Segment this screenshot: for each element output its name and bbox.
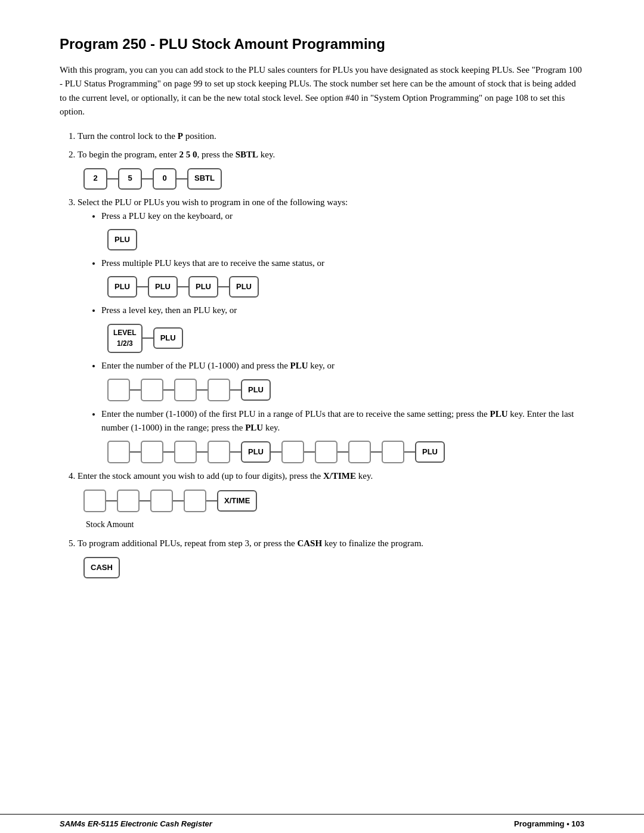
step-3-text: Select the PLU or PLUs you wish to progr… <box>78 197 348 207</box>
key-cash: CASH <box>83 557 120 578</box>
step-3: Select the PLU or PLUs you wish to progr… <box>78 196 584 464</box>
steps-list: Turn the control lock to the P position.… <box>78 129 584 578</box>
key-xtime: X/TIME <box>217 490 257 512</box>
connector <box>143 337 153 339</box>
key-plu-num: PLU <box>241 379 271 401</box>
step-5-text: To program additional PLUs, repeat from … <box>78 538 423 548</box>
connector <box>197 451 208 453</box>
key-xtime-e3 <box>150 490 173 512</box>
key-level: LEVEL1/2/3 <box>107 324 143 353</box>
page-title: Program 250 - PLU Stock Amount Programmi… <box>60 36 584 52</box>
connector <box>271 451 281 453</box>
key-sbtl: SBTL <box>187 168 222 190</box>
bullet-3: Press a level key, then an PLU key, or L… <box>101 304 584 352</box>
xtime-diagram: X/TIME Stock Amount <box>83 490 584 531</box>
key-range-e7 <box>348 441 371 463</box>
key-empty-2 <box>141 379 163 401</box>
connector <box>177 178 187 179</box>
key-plu-range2: PLU <box>415 441 445 463</box>
key-xtime-e1 <box>83 490 106 512</box>
step-4: Enter the stock amount you wish to add (… <box>78 469 584 531</box>
connector <box>304 451 315 453</box>
key-plu-m2: PLU <box>148 276 178 298</box>
step-2: To begin the program, enter 2 5 0, press… <box>78 148 584 189</box>
bullet-2: Press multiple PLU keys that are to rece… <box>101 256 584 298</box>
connector <box>107 178 118 179</box>
plu-multiple-diagram: PLU PLU PLU PLU <box>107 276 584 298</box>
key-plu-m3: PLU <box>188 276 218 298</box>
connector <box>140 500 150 501</box>
intro-paragraph: With this program, you can you can add s… <box>60 63 584 119</box>
plu-single-diagram: PLU <box>107 229 584 250</box>
key-empty-1 <box>107 379 130 401</box>
step-3-bullets: Press a PLU key on the keyboard, or PLU … <box>101 209 584 464</box>
connector <box>371 451 382 453</box>
key-empty-4 <box>208 379 230 401</box>
key-plu-m1: PLU <box>107 276 137 298</box>
key-plu-range1: PLU <box>241 441 271 463</box>
connector <box>338 451 348 453</box>
key-range-e8 <box>382 441 404 463</box>
key-xtime-e4 <box>184 490 206 512</box>
key-plu-level: PLU <box>153 327 183 349</box>
connector <box>218 286 229 287</box>
key-2: 2 <box>83 168 107 190</box>
sbtl-key-group: 2 5 0 SBTL <box>83 168 584 190</box>
key-range-e1 <box>107 441 130 463</box>
stock-label: Stock Amount <box>86 518 584 531</box>
key-5: 5 <box>118 168 142 190</box>
key-plu-m4: PLU <box>229 276 259 298</box>
step-5: To program additional PLUs, repeat from … <box>78 537 584 578</box>
connector <box>173 500 184 501</box>
key-plu-single: PLU <box>107 229 137 250</box>
step-2-diagram: 2 5 0 SBTL <box>83 168 584 190</box>
level-plu-diagram: LEVEL1/2/3 PLU <box>107 324 584 353</box>
connector <box>130 389 141 391</box>
step-1: Turn the control lock to the P position. <box>78 129 584 143</box>
connector <box>230 451 241 453</box>
bullet-5: Enter the number (1-1000) of the first P… <box>101 407 584 464</box>
connector <box>163 389 174 391</box>
key-range-e2 <box>141 441 163 463</box>
connector <box>230 389 241 391</box>
step-1-text: Turn the control lock to the P position. <box>78 131 216 141</box>
bullet-3-text: Press a level key, then an PLU key, or <box>101 305 237 315</box>
cash-diagram: CASH <box>83 557 584 578</box>
key-range-e6 <box>315 441 338 463</box>
bullet-1-text: Press a PLU key on the keyboard, or <box>101 211 233 221</box>
bullet-4: Enter the number of the PLU (1-1000) and… <box>101 359 584 401</box>
footer-left: SAM4s ER-5115 Electronic Cash Register <box>60 819 212 828</box>
connector <box>206 500 217 501</box>
key-0: 0 <box>153 168 177 190</box>
key-range-e3 <box>174 441 197 463</box>
step-2-text: To begin the program, enter 2 5 0, press… <box>78 150 275 159</box>
key-range-e4 <box>208 441 230 463</box>
bullet-5-text: Enter the number (1-1000) of the first P… <box>101 409 574 432</box>
connector <box>197 389 208 391</box>
connector <box>137 286 148 287</box>
num-plu-diagram: PLU <box>107 379 584 401</box>
connector <box>142 178 153 179</box>
key-range-e5 <box>281 441 304 463</box>
range-plu-group: PLU PLU <box>107 441 584 463</box>
num-plu-group: PLU <box>107 379 584 401</box>
connector <box>106 500 117 501</box>
footer-right: Programming • 103 <box>514 819 584 828</box>
connector <box>163 451 174 453</box>
plu-single-group: PLU <box>107 229 584 250</box>
bullet-1: Press a PLU key on the keyboard, or PLU <box>101 209 584 250</box>
key-empty-3 <box>174 379 197 401</box>
bullet-2-text: Press multiple PLU keys that are to rece… <box>101 258 324 268</box>
level-plu-group: LEVEL1/2/3 PLU <box>107 324 584 353</box>
xtime-group: X/TIME <box>83 490 584 512</box>
page-content: Program 250 - PLU Stock Amount Programmi… <box>0 0 644 814</box>
connector <box>404 451 415 453</box>
key-xtime-e2 <box>117 490 140 512</box>
bullet-4-text: Enter the number of the PLU (1-1000) and… <box>101 361 335 370</box>
step-4-text: Enter the stock amount you wish to add (… <box>78 471 373 481</box>
plu-multiple-group: PLU PLU PLU PLU <box>107 276 584 298</box>
cash-group: CASH <box>83 557 584 578</box>
connector <box>178 286 188 287</box>
connector <box>130 451 141 453</box>
page-footer: SAM4s ER-5115 Electronic Cash Register P… <box>0 814 644 833</box>
